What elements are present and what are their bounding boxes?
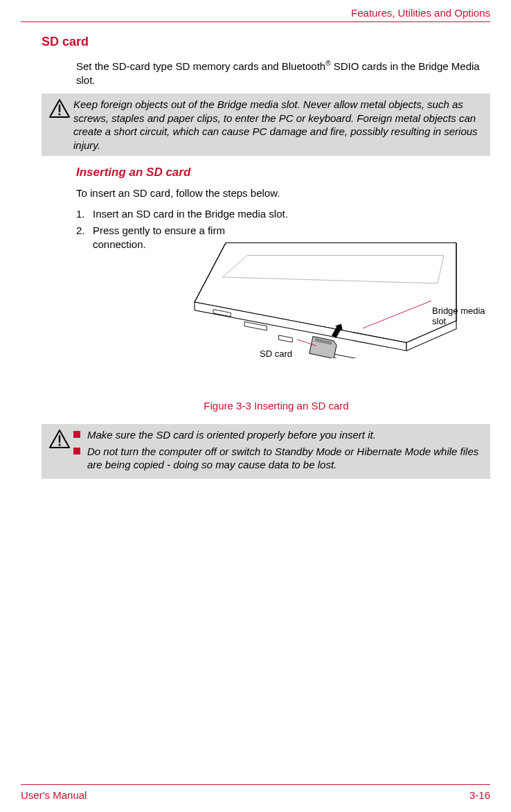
svg-rect-9 xyxy=(279,335,293,342)
warning-item-text: Make sure the SD card is oriented proper… xyxy=(87,428,376,442)
section-intro: Set the SD-card type SD memory cards and… xyxy=(76,59,483,87)
svg-point-2 xyxy=(58,113,60,115)
footer-left: User's Manual xyxy=(21,789,87,801)
svg-point-18 xyxy=(58,444,60,446)
laptop-svg xyxy=(173,233,478,358)
bullet-icon xyxy=(73,431,80,438)
chapter-title: Features, Utilities and Options xyxy=(21,7,490,19)
section-heading: SD card xyxy=(42,35,490,49)
warning-list-2: Make sure the SD card is oriented proper… xyxy=(73,428,483,472)
intro-part-a: Set the SD-card type SD memory cards and… xyxy=(76,60,325,72)
caution-icon xyxy=(46,430,73,449)
callout-bridge-slot: Bridge media slot xyxy=(432,306,490,326)
bullet-icon xyxy=(73,448,80,454)
warning-item: Do not turn the computer off or switch t… xyxy=(73,445,483,472)
footer-rule xyxy=(21,784,490,785)
warning-text-1: Keep foreign objects out of the Bridge m… xyxy=(73,98,483,152)
svg-marker-11 xyxy=(310,337,337,359)
footer-right: 3-16 xyxy=(469,789,490,801)
callout-sd-card: SD card xyxy=(260,348,292,359)
warning-box-1: Keep foreign objects out of the Bridge m… xyxy=(42,94,490,156)
registered-mark: ® xyxy=(325,60,330,67)
caution-icon xyxy=(46,99,73,118)
step-text: Insert an SD card in the Bridge media sl… xyxy=(93,207,483,221)
subsection-heading: Inserting an SD card xyxy=(76,166,490,179)
page-footer: User's Manual 3-16 xyxy=(21,784,490,801)
step-item: Insert an SD card in the Bridge media sl… xyxy=(76,207,483,221)
figure-caption: Figure 3-3 Inserting an SD card xyxy=(62,400,490,412)
warning-item-text: Do not turn the computer off or switch t… xyxy=(87,445,483,472)
header-rule xyxy=(21,21,490,22)
warning-box-2: Make sure the SD card is oriented proper… xyxy=(42,424,490,479)
warning-item: Make sure the SD card is oriented proper… xyxy=(73,428,483,442)
subsection-intro: To insert an SD card, follow the steps b… xyxy=(76,186,483,200)
figure-illustration: SD card Bridge media slot xyxy=(76,233,490,386)
